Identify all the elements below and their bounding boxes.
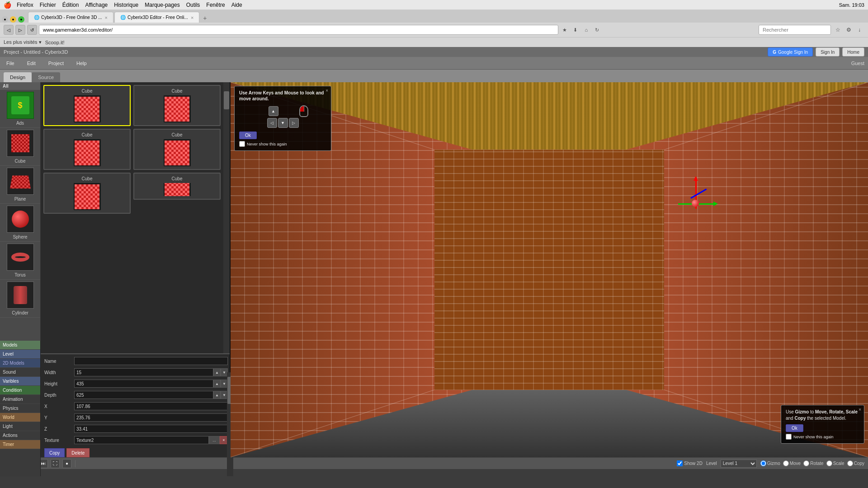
cat-light[interactable]: Light <box>0 422 40 431</box>
tooltip-gizmo-close[interactable]: × <box>859 407 861 412</box>
tab-source[interactable]: Source <box>32 72 60 82</box>
tooltip-gizmo-ok-button[interactable]: Ok <box>786 424 803 432</box>
menu-fenetre[interactable]: Fenêtre <box>206 2 225 8</box>
back-button[interactable]: ◁ <box>4 25 14 35</box>
radio-gizmo-input[interactable] <box>760 460 766 466</box>
bookmark-visites[interactable]: Les plus visités ▾ <box>4 39 42 45</box>
cat-variables[interactable]: Varibles <box>0 377 40 386</box>
prop-delete-button[interactable]: Delete <box>66 448 90 457</box>
left-obj-cube[interactable]: Cube <box>0 128 40 166</box>
prop-copy-button[interactable]: Copy <box>44 448 65 457</box>
record-button[interactable]: ● <box>62 459 71 468</box>
prop-input-name[interactable] <box>74 357 228 365</box>
scene-object-1[interactable]: Cube <box>133 85 221 126</box>
tooltip-arrow-ok-button[interactable]: Ok <box>239 131 257 139</box>
home-browser-icon[interactable]: ⌂ <box>582 25 591 34</box>
gizmo-center-ball[interactable] <box>692 200 699 207</box>
cat-animation[interactable]: Animation <box>0 395 40 404</box>
prop-input-x[interactable] <box>74 402 228 410</box>
menu-marquepages[interactable]: Marque-pages <box>145 2 179 8</box>
signin-button[interactable]: Sign In <box>816 47 840 56</box>
level-select[interactable]: Level 1 <box>721 460 757 468</box>
menu-outils[interactable]: Outils <box>186 2 200 8</box>
new-tab-button[interactable]: + <box>200 14 209 23</box>
gizmo-transform[interactable] <box>669 173 696 209</box>
menu-file[interactable]: File <box>4 60 17 67</box>
radio-move-input[interactable] <box>783 460 789 466</box>
address-input[interactable] <box>39 25 558 35</box>
left-obj-sphere[interactable]: Sphere <box>0 204 40 242</box>
key-right[interactable]: ▷ <box>289 118 299 128</box>
cat-physics[interactable]: Physics <box>0 404 40 413</box>
key-down[interactable]: ▼ <box>278 118 288 128</box>
scene-scrollbar[interactable] <box>223 82 230 353</box>
left-obj-cylinder[interactable]: Cylinder <box>0 280 40 318</box>
reload-button[interactable]: ↺ <box>27 25 37 35</box>
tooltip-arrow-keys-close[interactable]: × <box>326 88 328 93</box>
prop-browse-texture[interactable]: ... <box>209 436 220 444</box>
menu-help[interactable]: Help <box>74 60 90 67</box>
prop-spin-depth-up[interactable]: ▲ <box>213 391 221 399</box>
menu-firefox[interactable]: Firefox <box>17 2 33 8</box>
toolbar-icon-1[interactable]: ☆ <box>833 25 843 35</box>
menu-fichier[interactable]: Fichier <box>40 2 56 8</box>
cat-timer[interactable]: Timer <box>0 440 40 449</box>
prop-input-texture[interactable] <box>74 436 209 444</box>
cat-level[interactable]: Level <box>0 350 40 359</box>
radio-copy-input[interactable] <box>847 460 853 466</box>
prop-input-depth[interactable] <box>74 391 213 399</box>
tooltip-gizmo-checkbox[interactable] <box>786 434 792 440</box>
radio-move[interactable]: Move <box>783 460 801 466</box>
radio-rotate[interactable]: Rotate <box>803 460 823 466</box>
key-up[interactable]: ▲ <box>269 106 278 116</box>
prop-input-width[interactable] <box>74 368 213 376</box>
menu-edition[interactable]: Édition <box>62 2 79 8</box>
scene-object-2[interactable]: Cube <box>43 129 131 170</box>
cat-condition[interactable]: Condition <box>0 386 40 395</box>
forward-button[interactable]: ▷ <box>15 25 25 35</box>
apple-icon[interactable]: 🍎 <box>4 1 11 9</box>
radio-gizmo[interactable]: Gizmo <box>760 460 780 466</box>
tab-cyberix-home[interactable]: 🌐 Cyberix3D - Free Online 3D ... × <box>28 12 113 23</box>
menu-edit[interactable]: Edit <box>24 60 38 67</box>
tab-close-2[interactable]: × <box>191 15 193 20</box>
refresh-icon[interactable]: ↻ <box>593 25 602 34</box>
scene-object-0[interactable]: Cube <box>43 85 131 126</box>
left-obj-plane[interactable]: Plane <box>0 166 40 204</box>
menu-affichage[interactable]: Affichage <box>85 2 108 8</box>
tab-cyberix-editor[interactable]: 🌐 Cyberix3D Editor - Free Onli... × <box>114 12 199 23</box>
google-signin-button[interactable]: G Google Sign In <box>768 47 813 56</box>
cat-models[interactable]: Models <box>0 341 40 350</box>
cat-2dmodels[interactable]: 2D Models <box>0 359 40 368</box>
scene-scrollbar-thumb[interactable] <box>224 91 229 109</box>
menu-project[interactable]: Project <box>46 60 66 67</box>
cat-world[interactable]: World <box>0 413 40 422</box>
prop-input-y[interactable] <box>74 413 228 422</box>
tooltip-arrow-keys-checkbox[interactable] <box>239 141 245 147</box>
window-maximize[interactable]: ● <box>18 16 24 23</box>
fullscreen-button[interactable]: ⛶ <box>51 459 60 468</box>
radio-scale-input[interactable] <box>826 460 832 466</box>
left-obj-ads[interactable]: $ Ads <box>0 90 40 128</box>
bookmark-scoop[interactable]: Scoop.it! <box>45 40 65 45</box>
radio-copy[interactable]: Copy <box>847 460 864 466</box>
tab-design[interactable]: Design <box>4 72 32 82</box>
radio-rotate-input[interactable] <box>803 460 809 466</box>
bookmark-star-icon[interactable]: ★ <box>560 25 569 34</box>
toolbar-icon-3[interactable]: ↓ <box>854 25 864 35</box>
prop-input-z[interactable] <box>74 425 228 433</box>
show-2d-label[interactable]: Show 2D <box>677 460 703 466</box>
key-left[interactable]: ◁ <box>267 118 277 128</box>
menu-historique[interactable]: Historique <box>114 2 138 8</box>
home-button[interactable]: Home <box>842 47 864 56</box>
left-obj-torus[interactable]: Torus <box>0 242 40 280</box>
search-input[interactable] <box>759 25 831 35</box>
prop-input-height[interactable] <box>74 380 213 388</box>
cat-actions[interactable]: Actions <box>0 431 40 440</box>
download-icon[interactable]: ⬇ <box>571 25 580 34</box>
viewport[interactable]: × Use Arrow Keys and Mouse to look and m… <box>231 82 868 457</box>
scene-object-4[interactable]: Cube <box>43 173 131 214</box>
scene-object-3[interactable]: Cube <box>133 129 221 170</box>
prop-spin-height-up[interactable]: ▲ <box>213 380 221 388</box>
radio-scale[interactable]: Scale <box>826 460 844 466</box>
